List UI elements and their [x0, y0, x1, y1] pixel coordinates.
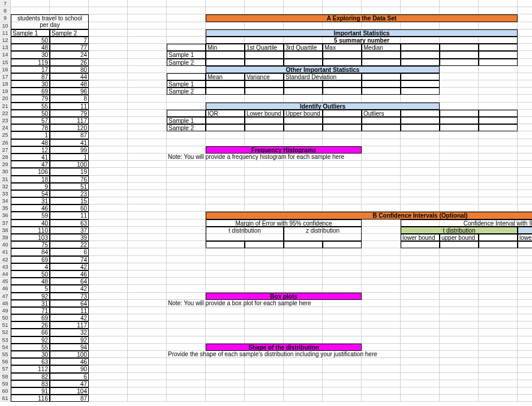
blank-cell[interactable] [440, 321, 479, 329]
blank-cell[interactable] [89, 7, 128, 14]
blank-cell[interactable] [89, 66, 128, 73]
blank-cell[interactable] [518, 321, 532, 329]
blank-cell[interactable] [167, 365, 206, 372]
blank-cell[interactable] [245, 387, 284, 395]
empty-cell[interactable] [206, 51, 245, 58]
blank-cell[interactable] [518, 117, 532, 124]
empty-cell[interactable] [401, 241, 440, 248]
blank-cell[interactable] [128, 307, 167, 314]
blank-cell[interactable] [128, 146, 167, 154]
empty-cell[interactable] [479, 241, 518, 248]
blank-cell[interactable] [167, 270, 206, 278]
blank-cell[interactable] [167, 395, 206, 402]
empty-cell[interactable] [518, 241, 532, 248]
blank-cell[interactable] [401, 176, 440, 183]
blank-cell[interactable] [362, 344, 401, 351]
blank-cell[interactable] [128, 373, 167, 380]
blank-cell[interactable] [479, 285, 518, 292]
blank-cell[interactable] [89, 204, 128, 212]
blank-cell[interactable] [518, 14, 532, 22]
blank-cell[interactable] [362, 263, 401, 270]
blank-cell[interactable] [440, 161, 479, 168]
blank-cell[interactable] [284, 176, 323, 183]
blank-cell[interactable] [206, 270, 245, 278]
blank-cell[interactable] [401, 358, 440, 365]
blank-cell[interactable] [284, 278, 323, 285]
blank-cell[interactable] [323, 278, 362, 285]
blank-cell[interactable] [89, 234, 128, 241]
blank-cell[interactable] [362, 387, 401, 395]
row-header[interactable]: 48 [0, 300, 11, 307]
blank-cell[interactable] [11, 7, 50, 14]
blank-cell[interactable] [284, 248, 323, 255]
blank-cell[interactable] [206, 22, 245, 29]
blank-cell[interactable] [128, 14, 167, 22]
blank-cell[interactable] [206, 176, 245, 183]
blank-cell[interactable] [401, 95, 440, 102]
row-header[interactable]: 28 [0, 154, 11, 161]
blank-cell[interactable] [401, 278, 440, 285]
row-header[interactable]: 15 [0, 59, 11, 66]
blank-cell[interactable] [167, 307, 206, 314]
blank-cell[interactable] [245, 336, 284, 344]
row-header[interactable]: 12 [0, 37, 11, 44]
blank-cell[interactable] [479, 161, 518, 168]
blank-cell[interactable] [440, 263, 479, 270]
blank-cell[interactable] [206, 278, 245, 285]
blank-cell[interactable] [128, 380, 167, 387]
blank-cell[interactable] [128, 176, 167, 183]
blank-cell[interactable] [323, 190, 362, 197]
blank-cell[interactable] [245, 307, 284, 314]
blank-cell[interactable] [89, 168, 128, 175]
blank-cell[interactable] [323, 314, 362, 321]
blank-cell[interactable] [245, 183, 284, 190]
blank-cell[interactable] [206, 373, 245, 380]
blank-cell[interactable] [479, 73, 518, 80]
blank-cell[interactable] [167, 0, 206, 7]
row-header[interactable]: 44 [0, 270, 11, 278]
blank-cell[interactable] [401, 190, 440, 197]
blank-cell[interactable] [401, 131, 440, 139]
blank-cell[interactable] [323, 22, 362, 29]
blank-cell[interactable] [323, 256, 362, 263]
blank-cell[interactable] [206, 131, 245, 139]
blank-cell[interactable] [518, 183, 532, 190]
blank-cell[interactable] [401, 270, 440, 278]
blank-cell[interactable] [128, 227, 167, 234]
blank-cell[interactable] [206, 161, 245, 168]
blank-cell[interactable] [89, 197, 128, 204]
blank-cell[interactable] [362, 380, 401, 387]
blank-cell[interactable] [323, 365, 362, 372]
blank-cell[interactable] [401, 146, 440, 154]
blank-cell[interactable] [440, 88, 479, 95]
blank-cell[interactable] [479, 344, 518, 351]
blank-cell[interactable] [401, 293, 440, 300]
row-header[interactable]: 31 [0, 176, 11, 183]
blank-cell[interactable] [128, 219, 167, 227]
blank-cell[interactable] [518, 293, 532, 300]
empty-cell[interactable] [206, 88, 245, 95]
blank-cell[interactable] [206, 0, 245, 7]
empty-cell[interactable] [440, 59, 479, 66]
blank-cell[interactable] [479, 88, 518, 95]
blank-cell[interactable] [440, 168, 479, 175]
blank-cell[interactable] [479, 103, 518, 110]
blank-cell[interactable] [89, 307, 128, 314]
blank-cell[interactable] [401, 387, 440, 395]
blank-cell[interactable] [479, 380, 518, 387]
blank-cell[interactable] [323, 95, 362, 102]
blank-cell[interactable] [89, 329, 128, 336]
blank-cell[interactable] [167, 204, 206, 212]
row-header[interactable]: 19 [0, 88, 11, 95]
blank-cell[interactable] [128, 168, 167, 175]
row-header[interactable]: 40 [0, 241, 11, 248]
blank-cell[interactable] [89, 395, 128, 402]
row-header[interactable]: 50 [0, 314, 11, 321]
blank-cell[interactable] [401, 168, 440, 175]
blank-cell[interactable] [479, 190, 518, 197]
blank-cell[interactable] [518, 176, 532, 183]
blank-cell[interactable] [89, 321, 128, 329]
blank-cell[interactable] [401, 344, 440, 351]
row-header[interactable]: 35 [0, 204, 11, 212]
blank-cell[interactable] [518, 44, 532, 51]
